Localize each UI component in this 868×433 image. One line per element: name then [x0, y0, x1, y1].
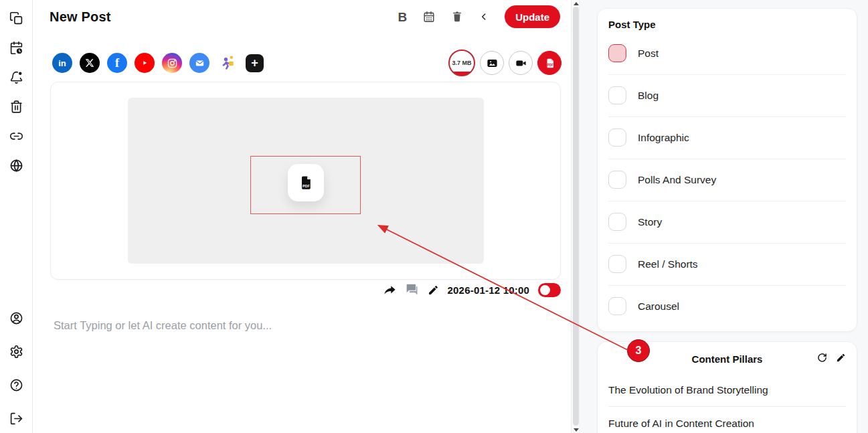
- youtube-icon[interactable]: [135, 53, 155, 73]
- main-area: New Post B Update in f: [33, 0, 571, 433]
- pillar-item[interactable]: Future of AI in Content Creation: [608, 407, 846, 433]
- x-icon[interactable]: [80, 53, 100, 73]
- content-pillars-list: The Evolution of Brand Storytelling Futu…: [608, 373, 846, 433]
- refresh-icon[interactable]: [817, 353, 827, 363]
- globe-icon[interactable]: [9, 159, 23, 173]
- pdf-attachment-tile[interactable]: PDF: [288, 164, 324, 201]
- checkbox-carousel[interactable]: [608, 297, 626, 315]
- pdf-icon[interactable]: PDF: [537, 51, 561, 75]
- image-icon[interactable]: [480, 51, 504, 75]
- content-pillars-card: 3 Content Pillars The Evolution of Brand…: [597, 341, 857, 433]
- sidebar-bottom-group: [9, 311, 23, 426]
- content-pillars-badge: 3: [627, 339, 650, 362]
- header-row: New Post B Update: [50, 4, 560, 29]
- post-type-option-blog[interactable]: Blog: [608, 75, 846, 117]
- schedule-datetime: 2026-01-12 10:00: [448, 284, 529, 296]
- scroll-up-arrow-icon[interactable]: [572, 0, 581, 7]
- update-button[interactable]: Update: [505, 5, 560, 28]
- main-scrollbar[interactable]: [571, 0, 580, 433]
- option-label: Infographic: [638, 132, 689, 144]
- option-label: Story: [638, 216, 662, 228]
- checkbox-reel[interactable]: [608, 255, 626, 273]
- person-carrying-box-icon[interactable]: [217, 53, 237, 73]
- email-icon[interactable]: [189, 53, 209, 73]
- checkbox-polls[interactable]: [608, 171, 626, 189]
- comments-icon[interactable]: [406, 283, 419, 296]
- header-toolbar: B Update: [398, 5, 560, 28]
- option-label: Polls And Survey: [638, 174, 716, 186]
- content-pillars-title: Content Pillars: [692, 353, 763, 365]
- user-circle-icon[interactable]: [9, 311, 23, 325]
- post-type-option-polls[interactable]: Polls And Survey: [608, 159, 846, 201]
- right-panel: Post Type Post Blog Infographic Polls An…: [581, 0, 868, 433]
- edit-schedule-icon[interactable]: [428, 284, 439, 296]
- share-icon[interactable]: [384, 284, 397, 296]
- post-type-option-infographic[interactable]: Infographic: [608, 117, 846, 159]
- calendar-clock-icon[interactable]: [9, 41, 23, 55]
- instagram-icon[interactable]: [162, 53, 182, 73]
- link-icon[interactable]: [9, 129, 23, 143]
- svg-text:PDF: PDF: [547, 63, 553, 66]
- calendar-icon[interactable]: [423, 11, 435, 23]
- toggle-knob: [540, 285, 550, 295]
- file-size-label: 3.7 MB: [452, 60, 471, 66]
- file-size-gauge: 3.7 MB: [448, 50, 475, 76]
- pillar-item[interactable]: The Evolution of Brand Storytelling: [608, 373, 846, 407]
- content-editor[interactable]: Start Typing or let AI create content fo…: [54, 319, 272, 332]
- trash-icon[interactable]: [9, 100, 23, 114]
- add-platform-button[interactable]: +: [246, 54, 264, 72]
- post-type-option-story[interactable]: Story: [608, 201, 846, 244]
- svg-text:PDF: PDF: [302, 184, 310, 188]
- content-pillars-actions: [817, 353, 846, 363]
- trash-icon[interactable]: [451, 11, 463, 23]
- option-label: Blog: [638, 90, 659, 102]
- checkbox-post[interactable]: [608, 44, 626, 62]
- post-type-option-post[interactable]: Post: [608, 33, 846, 75]
- schedule-toggle[interactable]: [538, 283, 561, 297]
- option-label: Reel / Shorts: [638, 258, 698, 270]
- checkbox-story[interactable]: [608, 213, 626, 231]
- option-label: Carousel: [638, 300, 679, 313]
- platform-row: in f + 3.7 MB PDF: [52, 50, 561, 76]
- post-type-card: Post Type Post Blog Infographic Polls An…: [597, 8, 857, 332]
- page-title: New Post: [50, 9, 111, 25]
- linkedin-icon[interactable]: in: [52, 53, 72, 73]
- scrollbar-thumb[interactable]: [573, 7, 579, 426]
- scroll-down-arrow-icon[interactable]: [572, 426, 581, 433]
- video-icon[interactable]: [509, 51, 533, 75]
- edit-icon[interactable]: [836, 353, 846, 363]
- settings-icon[interactable]: [9, 345, 23, 359]
- media-toolbar: 3.7 MB PDF: [448, 50, 561, 76]
- checkbox-blog[interactable]: [608, 86, 626, 104]
- chevron-left-icon[interactable]: [479, 12, 489, 21]
- help-icon[interactable]: [9, 378, 23, 392]
- bold-button[interactable]: B: [398, 11, 407, 23]
- schedule-row: 2026-01-12 10:00: [384, 282, 561, 298]
- media-preview-card: PDF: [50, 82, 561, 280]
- post-type-option-carousel[interactable]: Carousel: [608, 286, 846, 327]
- app-sidebar: [0, 0, 33, 433]
- checkbox-infographic[interactable]: [608, 128, 626, 147]
- copy-icon[interactable]: [9, 11, 23, 25]
- logout-icon[interactable]: [9, 412, 23, 426]
- post-type-title: Post Type: [608, 19, 846, 30]
- post-type-option-reel[interactable]: Reel / Shorts: [608, 244, 846, 286]
- facebook-icon[interactable]: f: [107, 53, 127, 73]
- bell-icon[interactable]: [9, 70, 23, 84]
- option-label: Post: [638, 48, 659, 60]
